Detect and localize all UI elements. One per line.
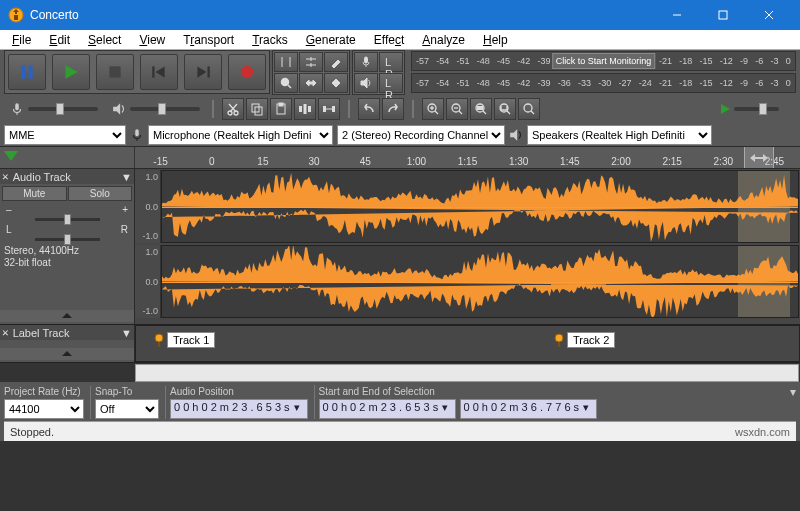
play-at-speed-button[interactable] (721, 104, 730, 114)
svg-rect-42 (279, 103, 283, 106)
window-maximize-button[interactable] (700, 0, 746, 30)
menu-select[interactable]: Select (80, 32, 129, 48)
window-close-button[interactable] (746, 0, 792, 30)
amp-scale-left-ch: 1.00.0-1.0 (135, 170, 161, 243)
svg-rect-58 (477, 106, 483, 110)
audio-host-select[interactable]: MME (4, 125, 126, 145)
zoom-in-button[interactable] (422, 98, 444, 120)
pan-slider[interactable] (35, 238, 100, 241)
waveform-channel-right[interactable] (161, 245, 799, 318)
menu-analyze[interactable]: Analyze (414, 32, 473, 48)
label-track-canvas[interactable]: Track 1 Track 2 (135, 325, 800, 362)
output-device-select[interactable]: Speakers (Realtek High Definiti (527, 125, 712, 145)
pause-button[interactable] (8, 54, 46, 90)
recording-meter[interactable]: -57-54-51-48-45-42-39-36-33-30-27-24-21-… (411, 51, 796, 71)
playback-speed-slider[interactable] (734, 107, 779, 111)
input-device-select[interactable]: Microphone (Realtek High Defini (148, 125, 333, 145)
mic-icon (10, 102, 24, 116)
menu-transport[interactable]: Transport (175, 32, 242, 48)
solo-button[interactable]: Solo (68, 186, 133, 201)
selection-tool-button[interactable] (274, 52, 298, 72)
menu-tracks[interactable]: Tracks (244, 32, 296, 48)
output-device-icon (509, 128, 523, 142)
paste-button[interactable] (270, 98, 292, 120)
timeshift-tool-button[interactable] (299, 73, 323, 93)
close-track-button[interactable]: ✕ (2, 170, 9, 183)
horizontal-scrollbar[interactable] (135, 364, 799, 382)
zoom-out-button[interactable] (446, 98, 468, 120)
svg-rect-6 (21, 65, 25, 79)
waveform-channel-left[interactable] (161, 170, 799, 243)
edit-toolbar (220, 98, 342, 120)
track-format-label: 32-bit float (4, 257, 132, 269)
label-text[interactable]: Track 2 (567, 332, 615, 348)
svg-marker-69 (62, 313, 72, 318)
monitoring-prompt-label[interactable]: Click to Start Monitoring (552, 53, 656, 69)
project-rate-select[interactable]: 44100 (4, 399, 84, 419)
playback-meter[interactable]: -57-54-51-48-45-42-39-36-33-30-27-24-21-… (411, 73, 796, 93)
label-marker-1[interactable]: Track 1 (154, 332, 215, 348)
zoom-toggle-button[interactable] (518, 98, 540, 120)
recording-channels-select[interactable]: 2 (Stereo) Recording Channels (337, 125, 505, 145)
collapse-track-button[interactable] (0, 348, 134, 360)
playhead-indicator[interactable] (4, 151, 18, 161)
stop-button[interactable] (96, 54, 134, 90)
zoom-tool-button[interactable] (274, 73, 298, 93)
snap-to-select[interactable]: Off (95, 399, 159, 419)
gain-slider[interactable] (35, 218, 100, 221)
trim-button[interactable] (294, 98, 316, 120)
cut-button[interactable] (222, 98, 244, 120)
svg-point-61 (524, 104, 532, 112)
redo-button[interactable] (382, 98, 404, 120)
menu-view[interactable]: View (131, 32, 173, 48)
menu-edit[interactable]: Edit (41, 32, 78, 48)
svg-marker-66 (750, 154, 755, 162)
svg-rect-9 (109, 66, 120, 77)
label-marker-2[interactable]: Track 2 (554, 332, 615, 348)
silence-button[interactable] (318, 98, 340, 120)
svg-point-21 (282, 78, 289, 85)
label-track-row: ✕ Label Track ▼ Track 1 Track 2 (0, 325, 800, 363)
record-volume-slider[interactable] (28, 107, 98, 111)
skip-end-button[interactable] (184, 54, 222, 90)
menu-effect[interactable]: Effect (366, 32, 412, 48)
menu-help[interactable]: Help (475, 32, 516, 48)
close-track-button[interactable]: ✕ (2, 326, 9, 339)
menu-bar: FFileile Edit Select View Transport Trac… (0, 30, 800, 50)
menu-generate[interactable]: Generate (298, 32, 364, 48)
record-button[interactable] (228, 54, 266, 90)
playback-volume-group (106, 102, 206, 116)
audio-position-field[interactable]: 0 0 h 0 2 m 2 3 . 6 5 3 s▾ (170, 399, 308, 419)
undo-button[interactable] (358, 98, 380, 120)
copy-button[interactable] (246, 98, 268, 120)
track-menu-button[interactable]: ▼ (121, 327, 132, 339)
envelope-tool-button[interactable] (299, 52, 323, 72)
fit-project-button[interactable] (494, 98, 516, 120)
play-at-speed-group (721, 98, 796, 120)
svg-rect-47 (332, 106, 335, 112)
svg-line-54 (459, 111, 462, 114)
playback-volume-slider[interactable] (130, 107, 200, 111)
window-minimize-button[interactable] (654, 0, 700, 30)
draw-tool-button[interactable] (324, 52, 348, 72)
selection-mode-dropdown[interactable]: ▾ (790, 385, 796, 399)
play-button[interactable] (52, 54, 90, 90)
project-rate-label: Project Rate (Hz) (4, 386, 84, 399)
scrub-region-handle[interactable] (744, 147, 774, 168)
svg-line-62 (531, 111, 534, 114)
mute-button[interactable]: Mute (2, 186, 67, 201)
selection-end-field[interactable]: 0 0 h 0 2 m 3 6 . 7 7 6 s▾ (460, 399, 598, 419)
multi-tool-button[interactable] (324, 73, 348, 93)
label-text[interactable]: Track 1 (167, 332, 215, 348)
svg-line-22 (288, 85, 291, 88)
svg-marker-12 (197, 66, 206, 77)
svg-line-50 (435, 111, 438, 114)
collapse-track-button[interactable] (0, 310, 134, 322)
track-menu-button[interactable]: ▼ (121, 171, 132, 183)
svg-rect-32 (15, 103, 19, 110)
skip-start-button[interactable] (140, 54, 178, 90)
timeline-ruler[interactable]: -1501530451:001:151:301:452:002:152:302:… (135, 147, 800, 168)
selection-start-field[interactable]: 0 0 h 0 2 m 2 3 . 6 5 3 s▾ (319, 399, 457, 419)
fit-selection-button[interactable] (470, 98, 492, 120)
menu-file[interactable]: FFileile (4, 32, 39, 48)
